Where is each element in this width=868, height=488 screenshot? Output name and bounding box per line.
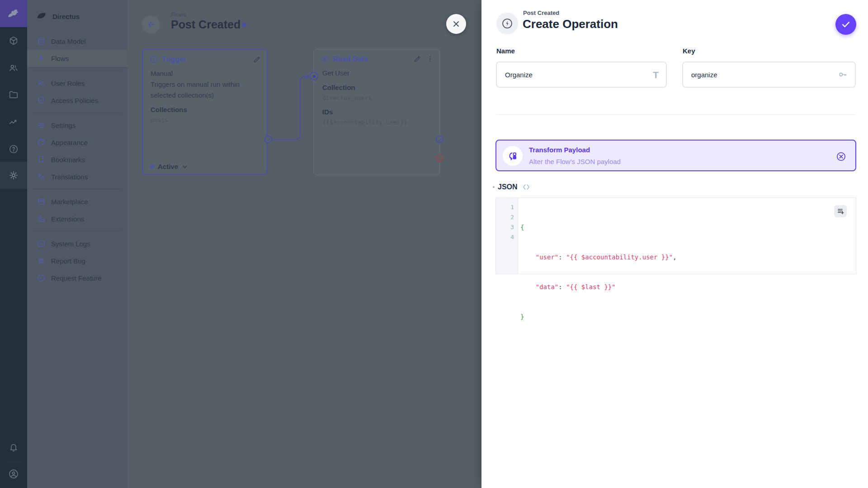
- key-field: [682, 61, 856, 88]
- nav-item-flows[interactable]: Flows: [27, 50, 127, 67]
- operation-panel-title: Read Data: [333, 55, 368, 63]
- operation-input-node[interactable]: [310, 72, 318, 80]
- flow-canvas: Flows Post Created Trigger Manual Trigge…: [127, 0, 481, 488]
- nav-item-marketplace[interactable]: Marketplace: [27, 193, 127, 210]
- trigger-resolve-node[interactable]: [264, 136, 272, 143]
- bolt-icon: [37, 54, 46, 63]
- close-drawer-button[interactable]: [446, 14, 466, 34]
- json-code-editor[interactable]: 1 2 3 4 { "user": "{{ $accountability.us…: [495, 197, 856, 274]
- help-icon: [9, 144, 19, 154]
- breadcrumb[interactable]: Flows: [171, 12, 186, 18]
- user-menu-button[interactable]: [0, 460, 27, 488]
- edit-pencil-icon[interactable]: [413, 55, 422, 63]
- name-input[interactable]: [497, 71, 653, 79]
- nav-item-label: Flows: [51, 55, 69, 62]
- close-icon: [452, 19, 461, 28]
- edit-pencil-icon[interactable]: [253, 55, 261, 64]
- collections-value: posts: [151, 115, 259, 125]
- nav-item-label: Request Feature: [51, 274, 102, 282]
- bell-icon: [9, 442, 19, 452]
- notifications-button[interactable]: [0, 434, 27, 461]
- settings-module-button[interactable]: [0, 162, 27, 189]
- drawer-eyebrow: Post Created: [523, 9, 559, 16]
- nav-item-label: Bookmarks: [51, 156, 85, 164]
- operation-reject-node[interactable]: [436, 155, 443, 162]
- collection-label: Collection: [322, 82, 432, 93]
- required-indicator: [493, 186, 495, 188]
- operation-resolve-node[interactable]: [436, 136, 443, 143]
- key-input[interactable]: [683, 71, 838, 79]
- activity-chart-icon: [9, 117, 19, 127]
- storefront-icon: [37, 197, 46, 206]
- nav-item-label: Settings: [51, 122, 75, 129]
- active-status-label: Active: [158, 163, 178, 170]
- operation-panel-read-data[interactable]: Read Data Get User Collection directus_u…: [313, 49, 440, 175]
- x-icon: [438, 156, 442, 160]
- nav-item-label: Report Bug: [51, 257, 85, 265]
- deselect-operation-button[interactable]: [836, 151, 846, 162]
- save-operation-button[interactable]: [835, 14, 856, 35]
- nav-item-report-bug[interactable]: Report Bug: [27, 252, 127, 269]
- code-line: "user": "{{ $accountability.user }}",: [520, 252, 856, 262]
- nav-item-appearance[interactable]: Appearance: [27, 134, 127, 151]
- key-icon: [838, 70, 848, 80]
- nav-item-settings[interactable]: Settings: [27, 117, 127, 134]
- nav-item-label: Marketplace: [51, 198, 88, 206]
- check-icon: [841, 19, 851, 29]
- nav-list: Data Model Flows User Roles Access Polic…: [27, 24, 127, 286]
- nav-divider: [33, 231, 121, 231]
- nav-item-label: User Roles: [51, 80, 85, 87]
- docs-module-button[interactable]: [0, 136, 27, 163]
- trigger-type: Manual: [151, 68, 259, 79]
- bolt-circle-icon: [501, 18, 513, 29]
- nav-item-user-roles[interactable]: User Roles: [27, 75, 127, 92]
- content-module-button[interactable]: [0, 27, 27, 54]
- nav-sidebar: Directus Data Model Flows User Roles: [27, 0, 127, 488]
- trigger-panel[interactable]: Trigger Manual Triggers on manual run wi…: [142, 49, 268, 175]
- flow-connector: [269, 72, 320, 145]
- users-icon: [9, 63, 19, 73]
- more-options-icon[interactable]: [426, 55, 434, 63]
- nav-item-data-model[interactable]: Data Model: [27, 33, 127, 50]
- nav-item-bookmarks[interactable]: Bookmarks: [27, 151, 127, 168]
- check-icon: [266, 137, 271, 142]
- project-header[interactable]: Directus: [27, 0, 127, 24]
- code-content[interactable]: { "user": "{{ $accountability.user }}", …: [518, 198, 856, 274]
- page-title: Post Created: [171, 18, 241, 31]
- nav-item-access-policies[interactable]: Access Policies: [27, 92, 127, 109]
- json-field-header: JSON: [493, 183, 530, 191]
- bug-icon: [37, 256, 46, 265]
- module-rail: [0, 0, 27, 488]
- nav-item-translations[interactable]: Translations: [27, 168, 127, 185]
- nav-divider: [33, 70, 121, 71]
- nav-divider: [33, 113, 121, 113]
- flow-status-toggle[interactable]: Active: [150, 163, 188, 170]
- operation-name: Get User: [322, 68, 432, 79]
- ids-value: {{$accountability.user}}: [322, 117, 432, 127]
- active-status-dot: [150, 164, 154, 169]
- transform-payload-banner[interactable]: Transform Payload Alter the Flow's JSON …: [495, 140, 856, 171]
- directus-logo-button[interactable]: [0, 0, 27, 27]
- nav-item-system-logs[interactable]: System Logs: [27, 235, 127, 252]
- collections-label: Collections: [151, 104, 259, 115]
- trigger-panel-title: Trigger: [162, 56, 186, 64]
- code-brackets-icon: [522, 183, 530, 191]
- user-avatar-icon: [8, 469, 19, 479]
- nav-item-extensions[interactable]: Extensions: [27, 210, 127, 227]
- trigger-description-line2: selected collection(s): [151, 90, 259, 101]
- banner-subtitle: Alter the Flow's JSON payload: [529, 158, 621, 165]
- form-divider: [496, 114, 856, 115]
- flow-status-dot: [242, 23, 246, 27]
- key-field-label: Key: [683, 47, 695, 55]
- insights-module-button[interactable]: [0, 108, 27, 136]
- translate-icon: [37, 172, 46, 181]
- users-module-button[interactable]: [0, 54, 27, 81]
- back-button[interactable]: [142, 15, 160, 33]
- nav-item-label: System Logs: [51, 240, 90, 248]
- line-number: 3: [496, 222, 514, 232]
- insert-template-button[interactable]: [834, 205, 847, 217]
- shield-icon: [37, 96, 46, 105]
- nav-item-request-feature[interactable]: Request Feature: [27, 269, 127, 286]
- files-module-button[interactable]: [0, 81, 27, 108]
- bolt-circle-icon: [150, 55, 158, 64]
